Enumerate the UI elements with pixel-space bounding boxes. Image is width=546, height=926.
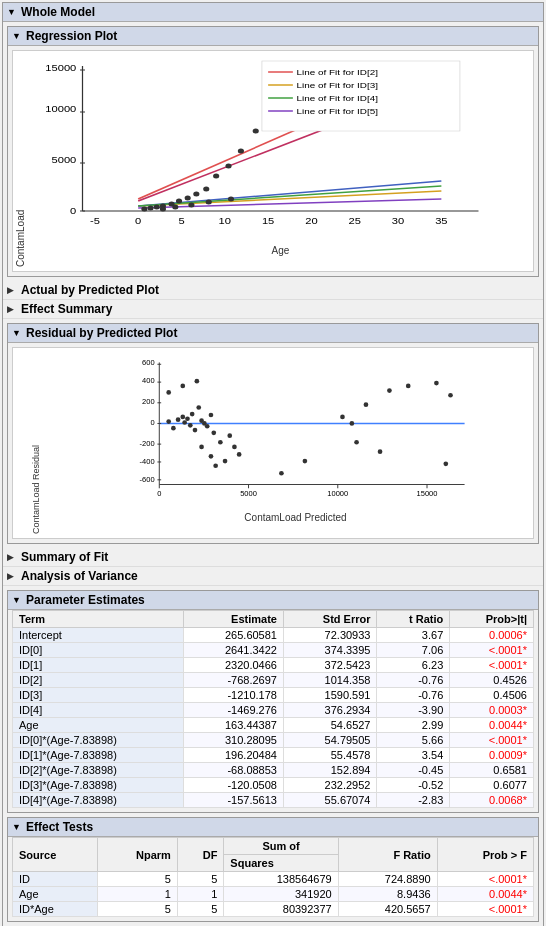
svg-point-32 [185, 196, 191, 201]
prob-f-cell: 0.0044* [437, 887, 533, 902]
residual-plot-section: Residual by Predicted Plot ContamLoad Re… [7, 323, 539, 544]
tratio-cell: 2.99 [377, 718, 450, 733]
svg-text:15: 15 [262, 216, 275, 226]
svg-point-96 [205, 424, 210, 429]
sumsq-cell: 341920 [224, 887, 338, 902]
table-row: ID[0]*(Age-7.83898) 310.28095 54.79505 5… [13, 733, 534, 748]
fratio-cell: 8.9436 [338, 887, 437, 902]
svg-point-28 [154, 205, 160, 210]
table-row: ID[2]*(Age-7.83898) -68.08853 152.894 -0… [13, 763, 534, 778]
svg-point-113 [354, 440, 359, 445]
table-row: ID[3] -1210.178 1590.591 -0.76 0.4506 [13, 688, 534, 703]
anova-row[interactable]: Analysis of Variance [3, 567, 543, 586]
actual-predicted-row[interactable]: Actual by Predicted Plot [3, 281, 543, 300]
param-estimates-section: Parameter Estimates Term Estimate Std Er… [7, 590, 539, 813]
col-prob-f: Prob > F [437, 838, 533, 872]
svg-point-101 [195, 379, 200, 384]
svg-point-110 [340, 415, 345, 420]
col-prob: Prob>|t| [450, 611, 534, 628]
table-row: ID 5 5 138564679 724.8890 <.0001* [13, 872, 534, 887]
residual-plot-area: ContamLoad Residual 600 400 200 0 -200 [12, 347, 534, 539]
term-cell: ID[4]*(Age-7.83898) [13, 793, 184, 808]
regression-plot-title: Regression Plot [26, 29, 117, 43]
svg-point-90 [188, 423, 193, 428]
fratio-cell: 420.5657 [338, 902, 437, 917]
svg-point-35 [213, 174, 219, 179]
svg-point-102 [199, 445, 204, 450]
prob-cell: <.0001* [450, 658, 534, 673]
param-estimates-header[interactable]: Parameter Estimates [8, 591, 538, 610]
table-row: ID[0] 2641.3422 374.3395 7.06 <.0001* [13, 643, 534, 658]
term-cell: ID[1]*(Age-7.83898) [13, 748, 184, 763]
whole-model-title: Whole Model [21, 5, 95, 19]
whole-model-panel: Whole Model Regression Plot ContamLoad 0 [2, 2, 544, 926]
col-fratio: F Ratio [338, 838, 437, 872]
summary-fit-row[interactable]: Summary of Fit [3, 548, 543, 567]
svg-point-114 [378, 449, 383, 454]
svg-text:0: 0 [150, 418, 154, 427]
residual-y-label: ContamLoad Residual [13, 348, 58, 538]
svg-point-118 [448, 393, 453, 398]
effect-summary-row[interactable]: Effect Summary [3, 300, 543, 319]
table-row: ID*Age 5 5 80392377 420.5657 <.0001* [13, 902, 534, 917]
svg-text:0: 0 [70, 206, 77, 216]
term-cell: ID[3]*(Age-7.83898) [13, 778, 184, 793]
svg-point-36 [225, 164, 231, 169]
source-cell: ID*Age [13, 902, 98, 917]
effect-tests-section: Effect Tests Source Nparm DF Sum of F Ra… [7, 817, 539, 922]
effect-summary-triangle [7, 304, 17, 314]
whole-model-triangle [7, 7, 17, 17]
residual-plot-inner: ContamLoad Residual 600 400 200 0 -200 [13, 348, 533, 538]
svg-point-34 [203, 187, 209, 192]
estimate-cell: 163.44387 [183, 718, 283, 733]
prob-cell: 0.0003* [450, 703, 534, 718]
prob-f-cell: <.0001* [437, 872, 533, 887]
prob-f-cell: <.0001* [437, 902, 533, 917]
col-sumsq-label: Squares [224, 855, 338, 872]
svg-text:10000: 10000 [327, 489, 348, 498]
col-sumsq-header: Sum of [224, 838, 338, 855]
param-estimates-body: Intercept 265.60581 72.30933 3.67 0.0006… [13, 628, 534, 808]
tratio-cell: -0.76 [377, 673, 450, 688]
svg-point-87 [180, 415, 185, 420]
svg-text:-600: -600 [140, 475, 155, 484]
svg-text:Line of Fit for ID[3]: Line of Fit for ID[3] [297, 81, 378, 90]
whole-model-header[interactable]: Whole Model [3, 3, 543, 22]
regression-plot-header[interactable]: Regression Plot [8, 27, 538, 46]
svg-point-109 [232, 445, 237, 450]
residual-plot-header[interactable]: Residual by Predicted Plot [8, 324, 538, 343]
df-cell: 5 [177, 902, 223, 917]
nparm-cell: 1 [97, 887, 177, 902]
anova-label: Analysis of Variance [21, 569, 138, 583]
stderror-cell: 232.2952 [283, 778, 377, 793]
tratio-cell: -3.90 [377, 703, 450, 718]
svg-point-108 [223, 459, 228, 464]
svg-point-106 [237, 452, 242, 457]
svg-text:-400: -400 [140, 457, 155, 466]
svg-point-120 [303, 459, 308, 464]
prob-cell: 0.4526 [450, 673, 534, 688]
tratio-cell: 3.54 [377, 748, 450, 763]
term-cell: ID[1] [13, 658, 184, 673]
svg-point-104 [218, 440, 223, 445]
tratio-cell: -2.83 [377, 793, 450, 808]
source-cell: ID [13, 872, 98, 887]
effect-tests-header[interactable]: Effect Tests [8, 818, 538, 837]
table-row: ID[4]*(Age-7.83898) -157.5613 55.67074 -… [13, 793, 534, 808]
svg-text:25: 25 [349, 216, 362, 226]
param-estimates-header-row: Term Estimate Std Error t Ratio Prob>|t| [13, 611, 534, 628]
tratio-cell: -0.45 [377, 763, 450, 778]
prob-cell: <.0001* [450, 733, 534, 748]
svg-text:Line of Fit for ID[5]: Line of Fit for ID[5] [297, 107, 378, 116]
col-stderror: Std Error [283, 611, 377, 628]
term-cell: ID[4] [13, 703, 184, 718]
estimate-cell: -1210.178 [183, 688, 283, 703]
effect-tests-table: Source Nparm DF Sum of F Ratio Prob > F … [12, 837, 534, 917]
table-row: ID[3]*(Age-7.83898) -120.0508 232.2952 -… [13, 778, 534, 793]
param-estimates-table: Term Estimate Std Error t Ratio Prob>|t|… [12, 610, 534, 808]
svg-text:200: 200 [142, 397, 155, 406]
svg-point-31 [176, 199, 182, 204]
regression-plot-area: ContamLoad 0 5000 10000 15000 [12, 50, 534, 272]
svg-point-88 [182, 420, 187, 425]
svg-point-117 [434, 381, 439, 386]
